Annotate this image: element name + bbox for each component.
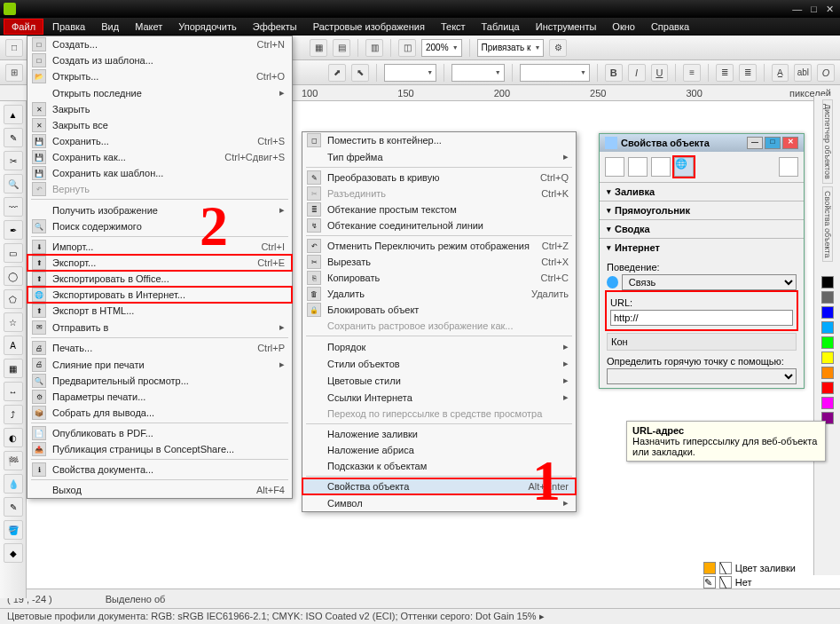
list-icon[interactable]: ≣ <box>739 64 757 82</box>
tb-btn[interactable]: ◫ <box>398 39 416 57</box>
smart-tool[interactable]: ✒ <box>4 220 23 240</box>
context-menu-item[interactable]: ↯Обтекание соединительной линии <box>302 217 576 233</box>
dropper-tool[interactable]: 💧 <box>4 474 23 494</box>
color-swatch[interactable] <box>821 351 834 364</box>
tab-fill[interactable] <box>628 157 648 177</box>
tb-btn[interactable]: ▤ <box>333 39 350 57</box>
fill-tool[interactable]: 🪣 <box>4 520 23 540</box>
color-swatch[interactable] <box>821 291 834 304</box>
pick-tool[interactable]: ▲ <box>4 105 23 124</box>
tb-btn[interactable]: ⬈ <box>328 64 346 82</box>
context-menu-item[interactable]: 🔒Блокировать объект <box>302 302 576 318</box>
interactive-fill[interactable]: ◆ <box>4 543 23 563</box>
file-menu-item[interactable]: ⬆Экспорт...Ctrl+E <box>27 255 292 271</box>
menu-view[interactable]: Вид <box>94 20 126 34</box>
context-menu-item[interactable]: ✂РазъединитьCtrl+K <box>302 186 576 201</box>
table-tool[interactable]: ▦ <box>4 359 23 378</box>
color-swatch[interactable] <box>821 367 834 379</box>
url-input[interactable] <box>610 310 793 326</box>
sec-fill[interactable]: Заливка <box>600 182 804 201</box>
ellipse-tool[interactable]: ◯ <box>4 266 23 286</box>
context-menu-item[interactable]: Цветовые стили▸ <box>302 372 576 389</box>
behavior-select[interactable]: Связь <box>622 274 797 290</box>
context-menu-item[interactable]: Тип фрейма▸ <box>302 148 576 165</box>
file-menu-item[interactable]: ℹСвойства документа... <box>27 462 292 478</box>
context-menu-item[interactable]: 🗑УдалитьУдалить <box>302 286 576 302</box>
outline-tool[interactable]: ✎ <box>4 497 23 517</box>
menu-bitmaps[interactable]: Растровые изображения <box>306 20 432 34</box>
context-menu-item[interactable]: Сохранить растровое изображение как... <box>302 318 576 334</box>
tb-btn[interactable]: ⬉ <box>351 64 369 82</box>
tb-btn[interactable]: abl <box>794 64 812 82</box>
file-menu-item[interactable]: ⬆Экспорт в HTML... <box>27 303 292 319</box>
file-menu-item[interactable]: 🖨Печать...Ctrl+P <box>27 340 292 356</box>
close-btn[interactable]: ✕ <box>823 4 836 15</box>
file-menu-item[interactable]: Открыть последние▸ <box>27 84 292 101</box>
file-menu-item[interactable]: ✕Закрыть все <box>27 117 292 133</box>
color-swatch[interactable] <box>821 306 834 319</box>
tb-combo[interactable] <box>451 64 505 82</box>
context-menu-item[interactable]: ⎘КопироватьCtrl+C <box>302 270 576 286</box>
docker-tab[interactable]: Диспетчер объектов <box>822 99 833 184</box>
tb-btn[interactable]: ▥ <box>365 39 383 57</box>
tb-btn[interactable]: ▦ <box>310 39 327 57</box>
menu-table[interactable]: Таблица <box>475 20 527 34</box>
connector-tool[interactable]: ⤴ <box>4 405 23 424</box>
color-swatch[interactable] <box>821 336 834 349</box>
docker-tab[interactable]: Свойства объекта <box>822 186 833 263</box>
list-icon[interactable]: ≣ <box>716 64 734 82</box>
file-menu-item[interactable]: ✉Отправить в▸ <box>27 319 292 336</box>
file-menu-item[interactable]: 📦Собрать для вывода... <box>27 405 292 421</box>
menu-text[interactable]: Текст <box>434 20 473 34</box>
file-menu-item[interactable]: 💾Сохранить как...Ctrl+Сдвиг+S <box>27 149 292 165</box>
file-menu-item[interactable]: Получить изображение▸ <box>27 201 292 218</box>
zoom-tool[interactable]: 🔍 <box>4 174 23 194</box>
color-swatch[interactable] <box>821 382 834 394</box>
snap-combo[interactable]: Привязать к <box>477 39 545 57</box>
align-icon[interactable]: ≡ <box>683 64 701 82</box>
context-menu-item[interactable]: ≣Обтекание простым текстом <box>302 201 576 217</box>
menu-arrange[interactable]: Упорядочить <box>171 20 243 34</box>
menu-layout[interactable]: Макет <box>128 20 169 34</box>
minimize-btn[interactable]: — <box>789 4 805 15</box>
underline-icon[interactable]: U <box>651 64 669 82</box>
italic-icon[interactable]: I <box>628 64 646 82</box>
bold-icon[interactable]: B <box>605 64 623 82</box>
menu-window[interactable]: Окно <box>605 20 642 34</box>
tab-transp[interactable] <box>651 157 671 177</box>
file-menu-item[interactable]: □Создать из шаблона... <box>27 52 292 68</box>
maximize-btn[interactable]: □ <box>808 4 820 15</box>
tb-combo[interactable] <box>520 64 590 82</box>
context-menu-item[interactable]: ✎Преобразовать в кривуюCtrl+Q <box>302 170 576 186</box>
file-menu-item[interactable]: □Создать...Ctrl+N <box>27 36 292 52</box>
text-tool[interactable]: A <box>4 336 23 355</box>
context-menu-item[interactable]: ◻Поместить в контейнер... <box>302 132 576 148</box>
freehand-tool[interactable]: 〰 <box>4 197 23 217</box>
file-menu-item[interactable]: ⬆Экспортировать в Office... <box>27 271 292 287</box>
context-menu-item[interactable]: Наложение заливки <box>302 426 576 442</box>
shapes-tool[interactable]: ☆ <box>4 312 23 332</box>
hotspot-select[interactable] <box>607 368 797 384</box>
tab-outline[interactable] <box>605 157 624 177</box>
tab-extra[interactable] <box>779 157 798 177</box>
menu-tools[interactable]: Инструменты <box>529 20 604 34</box>
blend-tool[interactable]: ◐ <box>4 428 23 447</box>
context-menu-item[interactable]: Стили объектов▸ <box>302 355 576 372</box>
color-swatch[interactable] <box>821 397 834 409</box>
color-swatch[interactable] <box>821 276 834 288</box>
file-menu-item[interactable]: ✕Закрыть <box>27 101 292 117</box>
context-menu-item[interactable]: ↶Отменить Переключить режим отображенияC… <box>302 238 576 254</box>
file-menu-item[interactable]: 💾Сохранить как шаблон... <box>27 165 292 181</box>
sec-internet[interactable]: Интернет <box>600 238 804 257</box>
tb-combo[interactable] <box>384 64 437 82</box>
file-menu-item[interactable]: 📄Опубликовать в PDF... <box>27 425 292 441</box>
tb-btn[interactable]: O <box>817 64 835 82</box>
file-menu-item[interactable]: 🌐Экспортировать в Интернет... <box>27 287 292 303</box>
file-menu-item[interactable]: ВыходAlt+F4 <box>27 482 292 498</box>
menu-help[interactable]: Справка <box>644 20 696 34</box>
context-menu-item[interactable]: ✂ВырезатьCtrl+X <box>302 254 576 270</box>
dim-tool[interactable]: ↔ <box>4 382 23 401</box>
transparency-tool[interactable]: 🏁 <box>4 451 23 470</box>
shape-tool[interactable]: ✎ <box>4 128 23 147</box>
file-menu-item[interactable]: 🔍Предварительный просмотр... <box>27 373 292 389</box>
